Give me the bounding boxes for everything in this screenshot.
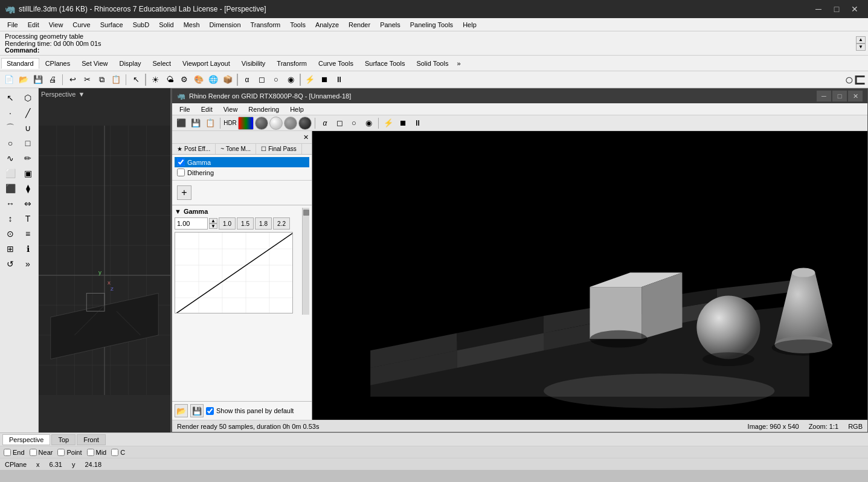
lt-text-icon[interactable]: T — [19, 211, 36, 226]
preset-2-2[interactable]: 2.2 — [273, 217, 290, 230]
snap-mid-checkbox[interactable] — [87, 449, 94, 456]
rw-tb-sphere-w[interactable] — [269, 117, 283, 130]
lt-rect-icon[interactable]: □ — [19, 136, 36, 150]
rw-tb-icon2[interactable]: 💾 — [189, 117, 202, 130]
rw-tb-icon1[interactable]: ⬛ — [175, 117, 188, 130]
tb-render-props-icon[interactable]: ⚙ — [178, 73, 191, 86]
lt-curve-icon[interactable]: ∿ — [2, 151, 19, 165]
snap-point-checkbox[interactable] — [57, 449, 65, 456]
render-window-close[interactable]: ✕ — [848, 91, 863, 101]
pp-tab-tone-m[interactable]: ~ Tone M... — [216, 144, 256, 154]
tb-icon-a[interactable]: α — [240, 73, 254, 86]
snap-cen-checkbox[interactable] — [111, 449, 118, 456]
tb-paste-icon[interactable]: 📋 — [109, 73, 123, 86]
lt-transform-icon[interactable]: ↔ — [2, 196, 19, 211]
snap-end-checkbox[interactable] — [4, 449, 11, 456]
snap-point[interactable]: Point — [57, 449, 82, 456]
rw-tb-channels[interactable]: ◻ — [333, 117, 346, 130]
lt-history-icon[interactable]: ↺ — [2, 257, 19, 271]
scroll-up-btn[interactable]: ▲ — [856, 36, 866, 43]
lt-freehand-icon[interactable]: ✏ — [19, 151, 36, 165]
tab-curve-tools[interactable]: Curve Tools — [313, 58, 359, 69]
status-scroll-btns[interactable]: ▲ ▼ — [856, 31, 866, 55]
lt-circle-icon[interactable]: ○ — [2, 136, 19, 150]
tab-select[interactable]: Select — [147, 58, 177, 69]
snap-mid[interactable]: Mid — [87, 449, 107, 456]
rw-tb-stop[interactable]: ⏹ — [396, 117, 410, 130]
render-menu-help[interactable]: Help — [285, 104, 309, 114]
tab-cplanes[interactable]: CPlanes — [40, 58, 76, 69]
tb-sun-icon[interactable]: ☀ — [149, 73, 162, 86]
pp-dithering-checkbox[interactable] — [177, 169, 185, 176]
pp-save-btn[interactable]: 📂 — [175, 404, 188, 417]
render-menu-rendering[interactable]: Rendering — [243, 104, 284, 114]
lt-dim-icon[interactable]: ↕ — [2, 211, 19, 226]
tb-material-icon[interactable]: 🎨 — [192, 73, 205, 86]
tb-icon-c[interactable]: ○ — [269, 73, 283, 86]
tab-solid-tools[interactable]: Solid Tools — [411, 58, 454, 69]
pp-scrollbar[interactable] — [302, 208, 309, 315]
gamma-header[interactable]: ▼ Gamma — [175, 208, 302, 215]
lt-mirror-icon[interactable]: ⇔ — [19, 196, 36, 211]
tb-pause-icon[interactable]: ⏸ — [332, 73, 346, 86]
lt-select-icon[interactable]: ↖ — [2, 91, 19, 105]
tab-viewport-layout[interactable]: Viewport Layout — [177, 58, 236, 69]
pp-item-gamma[interactable]: Gamma — [175, 157, 309, 167]
tb-copy-icon[interactable]: ⧉ — [95, 73, 108, 86]
tb-new-icon[interactable]: 📄 — [2, 73, 16, 86]
lt-polyline-icon[interactable]: ⌒ — [2, 121, 19, 135]
lt-hatch-icon[interactable]: ≡ — [19, 227, 36, 241]
rw-tb-alpha[interactable]: α — [318, 117, 332, 130]
lt-extrude-icon[interactable]: ▣ — [19, 166, 36, 181]
panel-close-btn[interactable]: ✕ — [301, 132, 310, 142]
rw-tb-sphere-blk[interactable] — [298, 117, 312, 130]
gamma-spin-up[interactable]: ▲ — [209, 218, 217, 223]
render-menu-view[interactable]: View — [219, 104, 243, 114]
tb-icon-b[interactable]: ◻ — [255, 73, 268, 86]
menu-solid[interactable]: Solid — [154, 20, 178, 30]
lt-properties-icon[interactable]: ℹ — [19, 242, 36, 256]
preset-1-0[interactable]: 1.0 — [219, 217, 236, 230]
menu-edit[interactable]: Edit — [23, 20, 44, 30]
pp-load-btn[interactable]: 💾 — [190, 404, 204, 417]
pp-add-btn[interactable]: + — [177, 185, 191, 200]
snap-end[interactable]: End — [4, 449, 25, 456]
pp-gamma-checkbox[interactable] — [177, 158, 185, 166]
tab-display[interactable]: Display — [114, 58, 146, 69]
menu-mesh[interactable]: Mesh — [179, 20, 205, 30]
render-window-maximize[interactable]: □ — [832, 91, 847, 101]
menu-help[interactable]: Help — [458, 20, 481, 30]
tab-set-view[interactable]: Set View — [76, 58, 113, 69]
tb-cut-icon[interactable]: ✂ — [80, 73, 94, 86]
toolbar-more-btn[interactable]: » — [454, 59, 463, 68]
lt-layer-icon[interactable]: ⊞ — [2, 242, 19, 256]
menu-surface[interactable]: Surface — [95, 20, 128, 30]
pp-show-default-checkbox[interactable] — [206, 407, 214, 415]
close-button[interactable]: ✕ — [846, 2, 863, 16]
lt-mesh-icon[interactable]: ⧫ — [19, 181, 36, 196]
snap-near[interactable]: Near — [30, 449, 53, 456]
pp-item-dithering[interactable]: Dithering — [175, 167, 309, 178]
rw-tb-sphere-b[interactable] — [255, 117, 268, 130]
rw-tb-icon3[interactable]: 📋 — [204, 117, 217, 130]
vp-tab-top[interactable]: Top — [51, 434, 76, 445]
gamma-spin-down[interactable]: ▼ — [209, 223, 217, 229]
lt-lasso-icon[interactable]: ⬡ — [19, 91, 36, 105]
rw-tb-sphere-grey[interactable] — [284, 117, 297, 130]
lt-point-icon[interactable]: · — [2, 106, 19, 120]
lt-surface-icon[interactable]: ⬜ — [2, 166, 19, 181]
pp-tab-post-eff[interactable]: ★ Post Eff... — [172, 144, 216, 154]
tb-save-icon[interactable]: 💾 — [31, 73, 45, 86]
menu-file[interactable]: File — [2, 20, 23, 30]
tb-texture-icon[interactable]: 📦 — [221, 73, 234, 86]
tb-icon-d[interactable]: ◉ — [284, 73, 297, 86]
tb-stop-icon[interactable]: ⏹ — [318, 73, 331, 86]
lt-dot-icon[interactable]: ⊙ — [2, 227, 19, 241]
tb-environment-icon[interactable]: 🌐 — [207, 73, 220, 86]
tab-standard[interactable]: Standard — [1, 58, 39, 69]
lt-arc-icon[interactable]: ∪ — [19, 121, 36, 135]
tb-wand-icon[interactable]: ⚡ — [303, 73, 317, 86]
menu-view[interactable]: View — [44, 20, 68, 30]
snap-cen[interactable]: C — [111, 449, 125, 456]
tb-print-icon[interactable]: 🖨 — [46, 73, 59, 86]
